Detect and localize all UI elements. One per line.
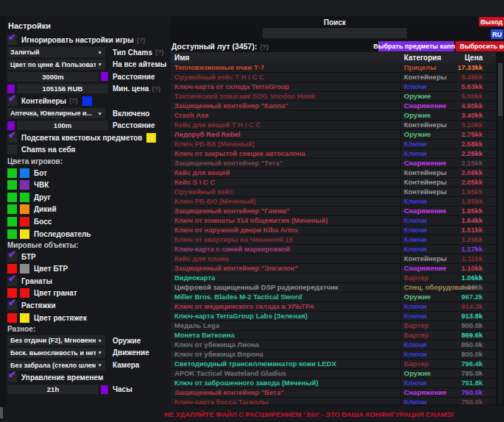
help-icon[interactable]: (?) [152,85,160,93]
table-row[interactable]: Ключ от убежища ЛионаКлючи850.0k [171,340,496,350]
table-row[interactable]: Оружейный кейсКонтейнеры1.95kk [171,187,496,197]
table-row[interactable]: Оружейный кейс T H I C CКонтейнеры8.48kk [171,73,496,82]
left-scroll-notch [0,407,3,418]
help-icon[interactable]: (?) [137,37,146,44]
table-row[interactable]: Crash AxeОружие3.40kk [171,111,496,121]
checkbox[interactable]: ✔ [7,373,17,382]
table-row[interactable]: Ключ-карта с синей маркировкойКлючи1.17k… [171,245,496,254]
table-row[interactable]: Кейс для вещейКонтейнеры2.08kk [171,168,496,178]
color-swatch[interactable] [20,204,29,214]
table-row[interactable]: Ключ от комнаты 314 общежития (Меченый)К… [171,216,496,226]
table-row[interactable]: Ключ-карта от склада TerraGroupКлючи5.63… [171,82,496,92]
scrollbar-thumb[interactable] [498,63,503,116]
value-input[interactable]: 100m [17,121,108,130]
dropdown[interactable]: Залитый▼ [7,47,105,57]
value-input[interactable]: 3000m [7,72,99,82]
color-swatch[interactable] [7,217,17,226]
column-header-name[interactable]: Имя [174,52,189,63]
table-row[interactable]: Кейс для хламаКонтейнеры1.11kk [171,254,496,264]
checkbox[interactable]: ✔ [7,301,17,310]
loot-table: Тепловизионные очки Т-7Прицелы17.33kkОру… [171,63,496,404]
checkbox[interactable]: ✔ [7,96,17,106]
table-row[interactable]: Ключ от закрытой секции автосалонаКлючи2… [171,149,496,159]
checkbox[interactable]: ✔ [7,252,17,262]
checkbox[interactable] [7,145,17,154]
checkbox[interactable]: ✔ [7,276,17,286]
table-row[interactable]: Ключ от убежища ВоронаКлючи800.0k [171,350,496,360]
color-swatch[interactable] [20,264,29,273]
table-row[interactable]: Кейс для вещей T H I C CКонтейнеры3.10kk [171,121,496,130]
table-row[interactable]: Ключ-карта TerraGroup Labs (Зеленая)Ключ… [171,312,496,321]
color-swatch[interactable] [7,313,17,323]
column-header-price[interactable]: Цена [464,52,483,63]
table-row[interactable]: Ключ от медицинского склада в УЛЬТРАКлюч… [171,302,496,312]
checkbox[interactable]: ✔ [7,35,17,45]
table-row[interactable]: Светодиодный трансиллюминатор кожи LEDXБ… [171,360,496,369]
color-swatch[interactable] [101,385,108,394]
table-row[interactable]: Защищенный контейнер "Эпсилон"Снаряжение… [171,264,496,273]
dropdown[interactable]: Без забрала (стекло шлема)▼ [7,360,105,371]
color-swatch[interactable] [20,217,29,226]
table-row[interactable]: Ключ РБ-БК (Меченый)Ключи2.58kk [171,140,496,149]
table-row[interactable]: Ключ-карта босса ТагиллыКлючи750.0k [171,398,496,404]
color-swatch[interactable] [7,229,17,239]
color-swatch[interactable] [82,96,92,106]
color-swatch[interactable] [7,180,17,190]
table-row[interactable]: Медаль LegaБартер900.0k [171,321,496,331]
color-swatch[interactable] [7,204,17,214]
color-swatch[interactable] [20,180,29,190]
color-swatch[interactable] [7,121,15,130]
dropdown-value: Залитый [10,49,96,56]
window-titlebar[interactable] [0,0,504,16]
help-icon[interactable]: (?) [260,43,269,51]
dropdown[interactable]: Цвет по цене & Пользователь▼ [7,60,105,70]
table-row[interactable]: Цифровой защищенный DSP радиопередатчикС… [171,283,496,293]
table-row[interactable]: ВидеокартаБартер1.06kk [171,273,496,283]
help-icon[interactable]: (?) [155,49,164,56]
table-row[interactable]: Ледоруб Red RebelОружие2.75kk [171,130,496,140]
table-row[interactable]: Защищенный контейнер "Каппа"Снаряжение4.… [171,101,496,111]
settings-row: Chams на себя [7,145,171,154]
item-price: 751.8k [461,379,483,387]
table-row[interactable]: APOK Tactical Wasteland GladiusОружие785… [171,369,496,379]
table-row[interactable]: Ключ от наружной двери Kiba ArmsКлючи1.5… [171,226,496,235]
table-row[interactable]: Защищенный контейнер "Гамма"Снаряжение1.… [171,207,496,216]
item-name: Тактический томагавк SOG Voodoo Hawk [174,92,316,101]
checkbox[interactable]: ✔ [7,133,17,143]
discard-all-button[interactable]: Выбросить все [455,41,504,51]
section-label: Разное: [7,325,171,333]
value-input[interactable]: 21h [7,385,99,394]
color-swatch[interactable] [101,72,108,81]
color-swatch[interactable] [20,229,29,239]
table-row[interactable]: Ключ от заброшенного завода (Меченый)Клю… [171,379,496,388]
color-swatch[interactable] [146,133,156,143]
dropdown[interactable]: Без отдачи (F2), Мгновенное п▼ [7,335,105,346]
table-row[interactable]: Ключ РБ-БО (Меченый)Ключи1.85kk [171,197,496,207]
dropdown[interactable]: Аптечка, Ювелирные и...▼ [7,108,105,118]
color-swatch[interactable] [20,288,29,298]
search-input[interactable] [263,28,407,38]
exit-button[interactable]: Выход [479,17,504,26]
color-swatch[interactable] [7,168,17,178]
dropdown[interactable]: Беск. выносливость и нет уста▼ [7,348,105,358]
help-icon[interactable]: (?) [69,97,78,104]
settings-row: 100mРасстояние [7,121,171,130]
language-button[interactable]: RU [491,29,503,39]
table-row[interactable]: Кейс S I C CКонтейнеры2.05kk [171,178,496,187]
table-row[interactable]: Ключ от квартиры на Чеканной 15Ключи1.29… [171,235,496,245]
color-swatch[interactable] [20,168,29,178]
color-swatch[interactable] [20,193,29,202]
table-scrollbar[interactable] [498,63,503,404]
table-row[interactable]: Защищенный контейнер "Тета"Снаряжение2.1… [171,159,496,168]
table-row[interactable]: Монета БиткоинаБартер869.6k [171,331,496,340]
table-row[interactable]: Защищенный контейнер "Бета"Снаряжение750… [171,388,496,398]
item-name: Ключ-карта с синей маркировкой [174,245,290,254]
table-row[interactable]: Тактический томагавк SOG Voodoo HawkОруж… [171,92,496,101]
table-row[interactable]: Miller Bros. Blades M-2 Tactical SwordОр… [171,293,496,302]
column-header-category[interactable]: Категория [404,52,441,63]
color-swatch[interactable] [7,193,17,202]
color-swatch[interactable] [20,313,29,323]
table-row[interactable]: Тепловизионные очки Т-7Прицелы17.33kk [171,63,496,73]
select-kappa-items-button[interactable]: Выбрать предметы каппа [378,41,454,51]
value-input[interactable]: 105156 RUB [17,84,108,93]
